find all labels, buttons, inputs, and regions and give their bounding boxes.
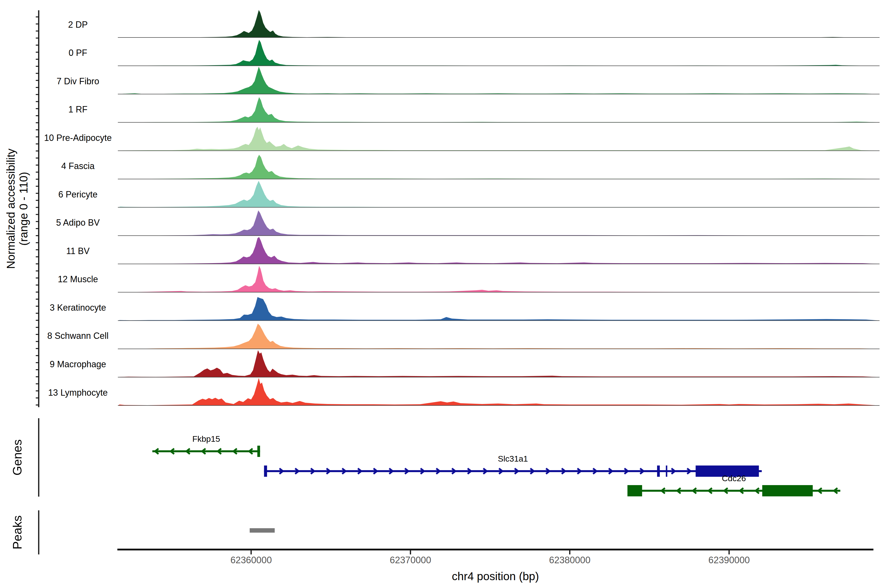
track-signal-area — [118, 40, 879, 66]
track-label: 4 Fascia — [61, 161, 95, 171]
genome-coverage-plot: 2 DP0 PF7 Div Fibro1 RF10 Pre-Adipocyte4… — [0, 0, 882, 588]
track-label: 5 Adipo BV — [56, 218, 100, 228]
track-label: 8 Schwann Cell — [47, 331, 108, 341]
track-signal-area — [118, 210, 879, 236]
track-signal-area — [118, 266, 879, 292]
track-label: 3 Keratinocyte — [50, 303, 106, 313]
track-label: 1 RF — [68, 104, 87, 114]
track-signal-area — [118, 67, 879, 94]
gene-exon-box — [257, 446, 260, 457]
x-axis-tick-label: 62390000 — [708, 555, 750, 565]
gene-exon-box — [627, 485, 642, 496]
track-label: 12 Muscle — [58, 274, 98, 284]
track-signal-area — [118, 350, 879, 377]
gene-exon-box — [666, 465, 668, 477]
peaks-section-label: Peaks — [10, 516, 24, 549]
x-axis-title: chr4 position (bp) — [452, 570, 539, 583]
track-label: 10 Pre-Adipocyte — [44, 133, 112, 143]
gene-name-label: Slc31a1 — [498, 454, 528, 463]
x-axis-tick-label: 62360000 — [230, 555, 272, 565]
gene-name-label: Cdc26 — [722, 474, 746, 483]
gene-name-label: Fkbp15 — [192, 434, 220, 444]
track-label: 11 BV — [66, 246, 89, 256]
track-signal-area — [118, 297, 879, 321]
track-signal-area — [118, 10, 879, 38]
track-signal-area — [118, 378, 879, 405]
peaks-annotation-track — [250, 528, 274, 532]
genes-section-label: Genes — [10, 439, 24, 475]
gene-exon-box — [657, 465, 660, 477]
x-axis: 62360000623700006238000062390000 — [117, 549, 873, 565]
x-axis-tick-label: 62380000 — [549, 555, 591, 565]
track-signal-area — [118, 97, 879, 123]
track-signal-area — [118, 237, 879, 264]
accessibility-tracks: 2 DP0 PF7 Div Fibro1 RF10 Pre-Adipocyte4… — [44, 10, 879, 405]
track-signal-area — [118, 324, 879, 349]
gene-annotation-track: Fkbp15Slc31a1Cdc26 — [152, 434, 840, 496]
track-label: 0 PF — [69, 48, 87, 58]
peak-region-box — [250, 528, 274, 532]
y-axis-title-line1: Normalized accessibility — [4, 149, 17, 269]
track-label: 13 Lymphocyte — [48, 388, 108, 398]
genome-browser-figure: 2 DP0 PF7 Div Fibro1 RF10 Pre-Adipocyte4… — [0, 0, 882, 588]
track-signal-area — [118, 181, 879, 207]
track-signal-area — [118, 127, 879, 151]
y-axis-title-line2: (range 0 - 110) — [17, 172, 30, 246]
track-signal-area — [118, 155, 879, 179]
track-label: 7 Div Fibro — [57, 76, 99, 86]
gene-exon-box — [762, 485, 813, 496]
track-label: 2 DP — [68, 20, 88, 30]
x-axis-tick-label: 62370000 — [390, 555, 431, 565]
track-label: 9 Macrophage — [50, 359, 106, 369]
track-label: 6 Pericyte — [58, 189, 98, 200]
gene-exon-box — [264, 465, 267, 477]
